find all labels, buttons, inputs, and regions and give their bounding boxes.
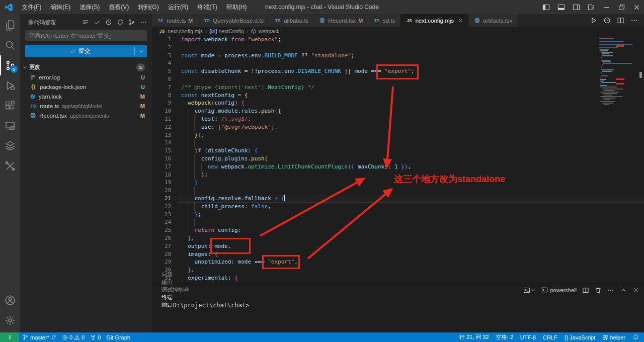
menu-item-6[interactable]: 终端(T) (193, 0, 221, 14)
code-line-3[interactable]: 3const mode = process.env.BUILD_MODE ?? … (152, 52, 644, 60)
code-line-11[interactable]: 11 test: /\.svg$/, (152, 115, 644, 123)
scm-file-Record.tsx[interactable]: Record.tsxapp\componentsM (20, 111, 152, 120)
scm-file-package-lock.json[interactable]: {}package-lock.jsonU (20, 82, 152, 92)
code-line-29[interactable]: 29 unoptimized: mode === "export", (152, 258, 644, 266)
scm-view-as-list-icon[interactable] (82, 19, 89, 26)
code-line-1[interactable]: 1import webpack from "webpack"; (152, 36, 644, 44)
scm-file-error.log[interactable]: error.logU (20, 72, 152, 82)
commit-dropdown[interactable] (135, 45, 147, 57)
restore-button[interactable] (614, 0, 629, 14)
code-line-4[interactable]: 4 (152, 59, 644, 67)
commit-button[interactable]: 提交 (25, 45, 147, 57)
tab-Record.tsx[interactable]: Record.tsxM (314, 14, 368, 27)
code-line-9[interactable]: 9 webpack(config) { (152, 99, 644, 107)
code-line-20[interactable]: 20 (152, 187, 644, 195)
code-line-10[interactable]: 10 config.module.rules.push({ (152, 107, 644, 115)
editor-action-run-icon[interactable] (590, 17, 597, 24)
editor-action-split-icon[interactable] (617, 17, 624, 24)
activity-remote-explorer-icon[interactable] (0, 116, 20, 136)
notifications-bell[interactable] (632, 334, 639, 340)
code-line-31[interactable]: 31 experimental: { (152, 274, 644, 282)
code-editor[interactable]: 1import webpack from "webpack";23const m… (152, 36, 644, 283)
activity-tools-icon[interactable] (0, 156, 20, 176)
remote-indicator[interactable] (0, 332, 19, 342)
extension-status[interactable]: helper (602, 334, 625, 340)
activity-layers-icon[interactable] (0, 136, 20, 156)
scm-history-icon[interactable] (105, 19, 112, 26)
code-line-27[interactable]: 27 output: mode, (152, 242, 644, 250)
menu-item-0[interactable]: 文件(F) (17, 0, 46, 14)
close-tab-icon[interactable] (458, 18, 463, 23)
code-line-30[interactable]: 30 }, (152, 266, 644, 274)
code-line-23[interactable]: 23 }; (152, 211, 644, 219)
encoding[interactable]: UTF-8 (520, 334, 536, 340)
code-line-16[interactable]: 16 config.plugins.push( (152, 155, 644, 163)
git-graph-button[interactable]: Git Graph (106, 334, 130, 340)
editor-action-history-icon[interactable] (603, 17, 611, 24)
code-line-15[interactable]: 15 if (disableChunk) { (152, 147, 644, 155)
changes-section-header[interactable]: 更改 5 (20, 62, 152, 72)
tab-next.config.mjs[interactable]: JSnext.config.mjs (400, 14, 469, 27)
scm-refresh-icon[interactable] (117, 19, 124, 26)
tab-artifacts.tsx[interactable]: artifacts.tsx (469, 14, 518, 27)
code-line-13[interactable]: 13 }); (152, 131, 644, 139)
new-terminal-icon[interactable] (523, 287, 536, 294)
code-line-12[interactable]: 12 use: ["@svgr/webpack"], (152, 123, 644, 131)
close-window-button[interactable] (629, 0, 644, 14)
minimize-button[interactable] (599, 0, 614, 14)
scm-file-yarn.lock[interactable]: yarn.lockM (20, 92, 152, 101)
code-line-5[interactable]: 5const disableChunk = !!process.env.DISA… (152, 67, 644, 75)
menu-item-3[interactable]: 查看(V) (104, 0, 133, 14)
tab-route.ts[interactable]: TSroute.tsM (152, 14, 198, 27)
eol-sequence[interactable]: CRLF (543, 334, 557, 340)
split-terminal-icon[interactable] (582, 287, 589, 294)
activity-settings-icon[interactable] (0, 310, 20, 330)
code-line-21[interactable]: 21 config.resolve.fallback = { (152, 195, 644, 203)
menu-item-2[interactable]: 选择(S) (75, 0, 104, 14)
panel-more-icon[interactable] (607, 287, 614, 294)
activity-source-control-icon[interactable]: 5 (0, 55, 20, 75)
code-line-25[interactable]: 25 return config; (152, 226, 644, 234)
activity-run-debug-icon[interactable] (0, 75, 20, 96)
ports-status[interactable]: 0 (90, 334, 101, 340)
indentation[interactable]: 空格: 2 (496, 333, 513, 341)
scm-more-icon[interactable] (140, 19, 147, 26)
terminal-content[interactable]: PS D:\project\chat\chat> (152, 297, 644, 309)
code-line-24[interactable]: 24 (152, 218, 644, 226)
code-line-19[interactable]: 19 } (152, 179, 644, 187)
tab-alibaba.ts[interactable]: TSalibaba.ts (269, 14, 314, 27)
breadcrumb-next.config.mjs[interactable]: JSnext.config.mjs (158, 28, 203, 34)
close-panel-icon[interactable] (632, 287, 639, 293)
layout-secondary-sidebar-icon[interactable] (569, 0, 584, 14)
scm-check-icon[interactable] (94, 19, 101, 26)
menu-item-7[interactable]: 帮助(H) (222, 0, 252, 14)
layout-customize-icon[interactable] (584, 0, 599, 14)
commit-message-input[interactable] (25, 30, 147, 41)
kill-terminal-icon[interactable] (595, 287, 602, 294)
menu-item-1[interactable]: 编辑(E) (46, 0, 75, 14)
activity-explorer-icon[interactable] (0, 15, 20, 35)
activity-account-icon[interactable] (0, 290, 20, 310)
code-line-7[interactable]: 7/** @type {import('next').NextConfig} *… (152, 83, 644, 92)
scm-file-route.ts[interactable]: TSroute.tsapp\api\bigModelM (20, 101, 152, 111)
breadcrumb-webpack[interactable]: webpack (251, 28, 279, 34)
language-mode[interactable]: {} JavaScript (565, 334, 596, 340)
activity-search-icon[interactable] (0, 35, 20, 55)
code-line-22[interactable]: 22 child_process: false, (152, 203, 644, 211)
code-line-18[interactable]: 18 ); (152, 171, 644, 179)
code-line-6[interactable]: 6 (152, 75, 644, 83)
menu-item-5[interactable]: 运行(R) (164, 0, 193, 14)
code-line-26[interactable]: 26 }, (152, 234, 644, 242)
layout-sidebar-icon[interactable] (538, 0, 553, 14)
cursor-position[interactable]: 行 21, 列 32 (459, 333, 489, 341)
panel-tab-调试控制台[interactable]: 调试控制台 (162, 286, 189, 294)
code-line-2[interactable]: 2 (152, 44, 644, 52)
layout-panel-icon[interactable] (553, 0, 569, 14)
code-line-28[interactable]: 28 images: { (152, 250, 644, 259)
tab-sd.ts[interactable]: TSsd.ts (368, 14, 400, 27)
tab-QueryableBase.d.ts[interactable]: TSQueryableBase.d.ts (198, 14, 269, 27)
scrollbar-marker[interactable] (639, 72, 642, 78)
code-line-14[interactable]: 14 (152, 139, 644, 147)
code-line-17[interactable]: 17 new webpack.optimize.LimitChunkCountP… (152, 163, 644, 171)
maximize-panel-icon[interactable] (620, 287, 627, 294)
